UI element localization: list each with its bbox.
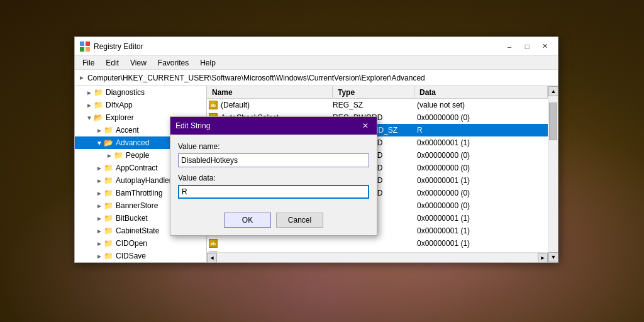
col-header-type: Type [333, 86, 414, 98]
scroll-up-btn[interactable]: ▲ [548, 86, 558, 96]
dialog-buttons: OK Cancel [170, 210, 377, 235]
dialog-title: Edit String [175, 121, 359, 130]
val-data: 0x00000000 (0) [414, 201, 548, 210]
menu-help[interactable]: Help [195, 57, 221, 69]
val-data: 0x00000001 (1) [414, 176, 548, 185]
window-title: Registry Editor [94, 42, 501, 51]
tree-item-cidsave[interactable]: ► 📁 CIDSave [75, 250, 206, 262]
dialog-body: Value name: Value data: [170, 135, 377, 210]
val-data: 0x00000000 (0) [414, 189, 548, 197]
address-bar: ► Computer\HKEY_CURRENT_USER\Software\Mi… [75, 70, 558, 86]
val-data: 0x00000001 (1) [414, 138, 548, 147]
tree-label: CIDSave [116, 252, 146, 260]
folder-icon: 📁 [94, 101, 103, 109]
tree-label: BamThrottling [116, 189, 163, 197]
tree-label: AppContract [116, 164, 158, 172]
val-name: (Default) [219, 101, 333, 109]
tree-label: AutoplayHandlers [116, 176, 175, 185]
folder-icon: 📁 [104, 252, 113, 260]
svg-rect-3 [86, 47, 90, 52]
menu-file[interactable]: File [77, 57, 99, 69]
val-data: 0x00000000 (0) [414, 151, 548, 160]
val-data: 0x00000000 (0) [414, 113, 548, 122]
tree-item-difxapp[interactable]: ► 📁 DIfxApp [75, 99, 206, 111]
tree-label: CIDOpen [116, 239, 147, 248]
edit-string-dialog: Edit String ✕ Value name: Value data: OK… [170, 116, 377, 236]
cancel-button[interactable]: Cancel [276, 213, 323, 228]
folder-icon: 📁 [104, 189, 113, 197]
col-header-data: Data [414, 86, 548, 98]
col-header-name: Name [207, 86, 333, 98]
scroll-track [548, 96, 558, 252]
tree-item-diagnostics[interactable]: ► 📁 Diagnostics [75, 86, 206, 99]
h-scroll-left[interactable]: ◄ [207, 253, 217, 263]
tree-label: CabinetState [116, 226, 159, 235]
svg-rect-1 [86, 42, 90, 46]
dialog-title-bar: Edit String ✕ [170, 117, 377, 135]
tree-label: Diagnostics [106, 88, 145, 97]
app-icon [80, 42, 90, 52]
value-row-default[interactable]: ab (Default) REG_SZ (value not set) [207, 99, 548, 111]
val-data: (value not set) [414, 101, 548, 109]
reg-icon-dword: ab [207, 239, 219, 248]
v-scrollbar-values[interactable]: ▲ ▼ [548, 86, 558, 262]
tree-label: BitBucket [116, 214, 148, 223]
value-name-label: Value name: [178, 142, 369, 151]
val-data: 0x00000001 (1) [414, 239, 548, 248]
folder-icon: 📁 [104, 239, 113, 248]
folder-icon: 📁 [104, 214, 113, 223]
reg-icon-ab: ab [207, 101, 219, 109]
svg-rect-2 [80, 47, 84, 52]
value-data-label: Value data: [178, 174, 369, 182]
folder-icon: 📂 [104, 138, 113, 147]
value-name-input[interactable] [178, 153, 369, 167]
menu-view[interactable]: View [125, 57, 152, 69]
folder-icon: 📁 [94, 88, 103, 97]
tree-label: DIfxApp [106, 101, 133, 109]
folder-icon: 📁 [114, 151, 123, 160]
folder-icon: 📂 [94, 113, 103, 122]
title-bar: Registry Editor – □ ✕ [75, 37, 558, 56]
address-text: Computer\HKEY_CURRENT_USER\Software\Micr… [87, 74, 425, 82]
ok-button[interactable]: OK [224, 213, 271, 228]
tree-label: BannerStore [116, 201, 158, 210]
close-button[interactable]: ✕ [536, 40, 553, 53]
svg-rect-0 [80, 42, 84, 46]
h-scrollbar[interactable]: ◄ ► [207, 252, 548, 262]
tree-label: People [126, 151, 149, 160]
menu-edit[interactable]: Edit [101, 57, 124, 69]
val-type: REG_SZ [333, 101, 414, 109]
folder-icon: 📁 [104, 201, 113, 210]
scroll-thumb[interactable] [549, 103, 557, 140]
folder-icon: 📁 [104, 226, 113, 235]
value-row-11[interactable]: ab 0x00000001 (1) [207, 237, 548, 250]
h-scroll-right[interactable]: ► [538, 253, 548, 263]
folder-icon: 📁 [104, 164, 113, 172]
window-controls: – □ ✕ [501, 40, 553, 53]
address-chevron: ► [79, 74, 85, 81]
tree-item-cidopen[interactable]: ► 📁 CIDOpen [75, 237, 206, 250]
minimize-button[interactable]: – [501, 40, 518, 53]
dialog-close-button[interactable]: ✕ [359, 120, 372, 131]
value-data-input[interactable] [178, 185, 369, 199]
values-header: Name Type Data [207, 86, 548, 99]
val-data: 0x00000001 (1) [414, 214, 548, 223]
scroll-down-btn[interactable]: ▼ [548, 252, 558, 262]
tree-label: Advanced [116, 138, 149, 147]
menu-favorites[interactable]: Favorites [153, 57, 194, 69]
val-data: 0x00000001 (1) [414, 226, 548, 235]
folder-icon: 📁 [104, 126, 113, 135]
menu-bar: File Edit View Favorites Help [75, 56, 558, 70]
folder-icon: 📁 [104, 176, 113, 185]
tree-label: Explorer [106, 113, 134, 122]
val-data: 0x00000000 (0) [414, 164, 548, 172]
maximize-button[interactable]: □ [519, 40, 535, 53]
tree-label: Accent [116, 126, 139, 135]
val-data: R [414, 126, 548, 135]
